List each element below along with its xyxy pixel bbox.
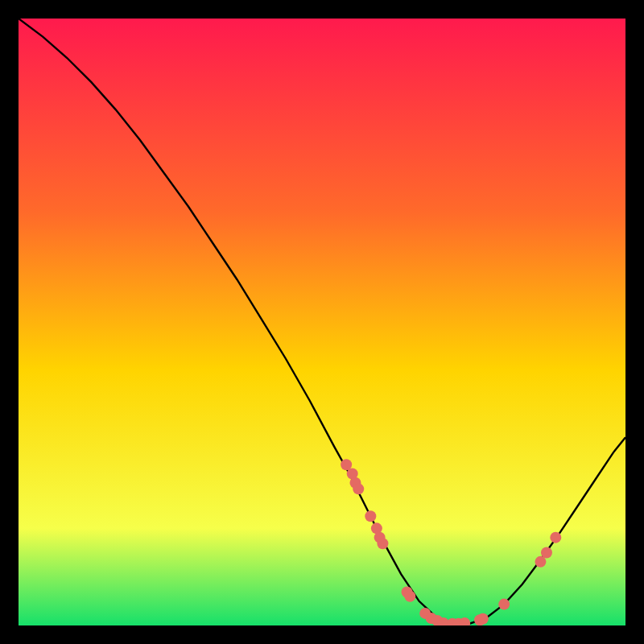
data-point xyxy=(365,510,376,522)
data-point xyxy=(550,532,561,543)
gradient-background xyxy=(19,19,625,625)
bottleneck-chart xyxy=(19,19,625,625)
data-point xyxy=(498,599,510,610)
data-point xyxy=(477,613,489,625)
chart-frame: TheBottleneck.com xyxy=(19,19,625,625)
data-point xyxy=(353,483,364,494)
data-point xyxy=(541,547,552,559)
data-point xyxy=(377,538,388,549)
data-point xyxy=(404,591,415,602)
